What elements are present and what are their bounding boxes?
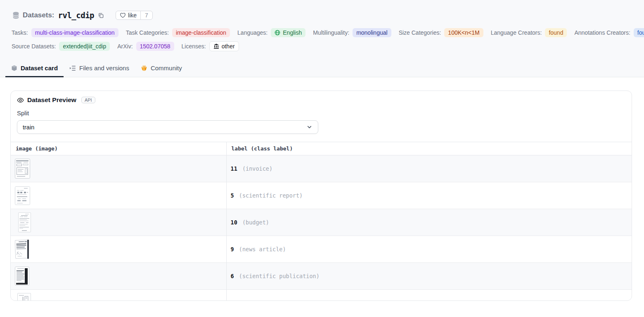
label-class-name: (scientific publication) <box>239 273 320 279</box>
table-row <box>11 290 632 301</box>
tag-pill-languages-label: English <box>283 29 302 36</box>
image-cell <box>11 155 226 182</box>
image-cell <box>11 182 226 209</box>
label-cell: 5 (scientific report) <box>226 182 632 209</box>
like-button[interactable]: like <box>116 11 140 19</box>
label-cell: 10 (budget) <box>226 209 632 236</box>
tags-row-2: Source Datasets: extended|iit_cdip ArXiv… <box>0 41 644 51</box>
like-widget: like 7 <box>116 11 153 20</box>
label-value: 11 <box>231 165 237 172</box>
copy-icon[interactable] <box>97 12 105 19</box>
chevron-down-icon <box>306 124 313 130</box>
tag-group-task-categories: Task Categories: image-classification <box>126 28 230 37</box>
cube-icon <box>11 65 17 72</box>
eye-icon <box>17 97 24 103</box>
tag-pill-task-categories[interactable]: image-classification <box>172 28 230 37</box>
title-row: Datasets: rvl_cdip like 7 <box>0 11 644 20</box>
tab-community[interactable]: Community <box>135 61 188 77</box>
tab-dataset-card-label: Dataset card <box>21 64 58 72</box>
database-icon <box>12 12 19 19</box>
split-select-value: train <box>23 124 34 131</box>
tag-pill-arxiv[interactable]: 1502.07058 <box>136 42 174 51</box>
tag-label-arxiv: ArXiv: <box>117 43 133 50</box>
breadcrumb[interactable]: Datasets: <box>23 11 54 19</box>
table-row: 9 (news article) <box>11 236 632 263</box>
label-cell: 6 (scientific publication) <box>226 263 632 290</box>
label-class-name: (budget) <box>242 219 269 226</box>
image-cell <box>11 209 226 236</box>
tag-group-arxiv: ArXiv: 1502.07058 <box>117 42 174 51</box>
tag-group-annotations-creators: Annotations Creators: found <box>574 28 644 37</box>
tag-pill-language-creators[interactable]: found <box>545 28 567 37</box>
image-cell <box>11 263 226 290</box>
tag-label-language-creators: Language Creators: <box>491 29 542 36</box>
column-header-image: image (image) <box>11 142 226 155</box>
document-thumbnail-partial <box>17 293 31 301</box>
tag-label-tasks: Tasks: <box>12 29 28 36</box>
tag-pill-languages[interactable]: English <box>271 28 305 37</box>
tag-pill-licenses-label: other <box>222 43 235 50</box>
label-class-name: (scientific report) <box>239 192 303 199</box>
tab-files-and-versions[interactable]: Files and versions <box>64 61 135 77</box>
heart-icon <box>120 12 126 18</box>
table-row: 10 (budget) <box>11 209 632 236</box>
tab-community-label: Community <box>151 64 182 72</box>
tag-label-languages: Languages: <box>237 29 268 36</box>
label-cell: 11 (invoice) <box>226 155 632 182</box>
tag-group-tasks: Tasks: multi-class-image-classification <box>12 28 118 37</box>
preview-table: image (image) label (class label) 11 (in… <box>11 142 632 301</box>
tag-pill-multilinguality[interactable]: monolingual <box>353 28 391 37</box>
tag-label-licenses: Licenses: <box>182 43 206 50</box>
tab-files-and-versions-label: Files and versions <box>79 64 129 72</box>
label-value: 9 <box>231 246 234 253</box>
tag-group-size-categories: Size Categories: 100K<n<1M <box>399 28 483 37</box>
card-head: Dataset Preview API Split train <box>11 91 632 134</box>
page-header: Datasets: rvl_cdip like 7 Tasks: multi-c… <box>0 0 644 77</box>
tag-group-languages: Languages: English <box>237 28 305 37</box>
tag-label-task-categories: Task Categories: <box>126 29 169 36</box>
split-label: Split <box>17 110 625 117</box>
image-cell <box>11 290 226 301</box>
tag-pill-annotations-creators[interactable]: found <box>634 28 644 37</box>
label-cell: 9 (news article) <box>226 236 632 263</box>
globe-icon <box>275 30 280 36</box>
label-value: 10 <box>231 219 237 226</box>
tag-pill-source-datasets[interactable]: extended|iit_cdip <box>59 42 110 51</box>
table-row: 11 (invoice) <box>11 155 632 182</box>
document-thumbnail-scientific-report <box>15 186 30 205</box>
tag-group-language-creators: Language Creators: found <box>491 28 567 37</box>
tag-label-multilinguality: Multilinguality: <box>313 29 349 36</box>
preview-title-row: Dataset Preview API <box>17 96 625 104</box>
column-header-label: label (class label) <box>226 142 632 155</box>
tag-pill-size-categories[interactable]: 100K<n<1M <box>444 28 483 37</box>
tag-label-size-categories: Size Categories: <box>399 29 441 36</box>
main-content: Dataset Preview API Split train image (i… <box>0 91 644 301</box>
community-hands-icon <box>141 65 147 72</box>
document-thumbnail-news-article <box>15 240 30 259</box>
label-value: 6 <box>231 273 234 279</box>
label-value: 5 <box>231 192 234 199</box>
tag-pill-tasks[interactable]: multi-class-image-classification <box>31 28 118 37</box>
dataset-preview-card: Dataset Preview API Split train image (i… <box>10 91 632 301</box>
table-row: 5 (scientific report) <box>11 182 632 209</box>
files-versions-icon <box>69 65 76 71</box>
table-header-row: image (image) label (class label) <box>11 142 632 155</box>
tab-dataset-card[interactable]: Dataset card <box>5 61 64 77</box>
page-title: rvl_cdip <box>58 11 95 20</box>
image-cell <box>11 236 226 263</box>
api-badge[interactable]: API <box>81 97 95 103</box>
document-thumbnail-budget <box>18 212 31 232</box>
split-select[interactable]: train <box>17 120 318 134</box>
label-class-name: (invoice) <box>242 165 272 172</box>
label-class-name: (news article) <box>239 246 286 253</box>
like-label: like <box>128 12 137 19</box>
document-thumbnail-invoice <box>15 159 30 179</box>
table-row: 6 (scientific publication) <box>11 263 632 290</box>
like-count[interactable]: 7 <box>140 11 152 19</box>
label-cell <box>226 290 632 301</box>
tag-group-source-datasets: Source Datasets: extended|iit_cdip <box>12 42 110 51</box>
preview-title: Dataset Preview <box>27 96 76 104</box>
tag-group-licenses: Licenses: other <box>182 41 239 51</box>
tag-label-annotations-creators: Annotations Creators: <box>574 29 630 36</box>
tag-pill-licenses[interactable]: other <box>209 41 239 51</box>
